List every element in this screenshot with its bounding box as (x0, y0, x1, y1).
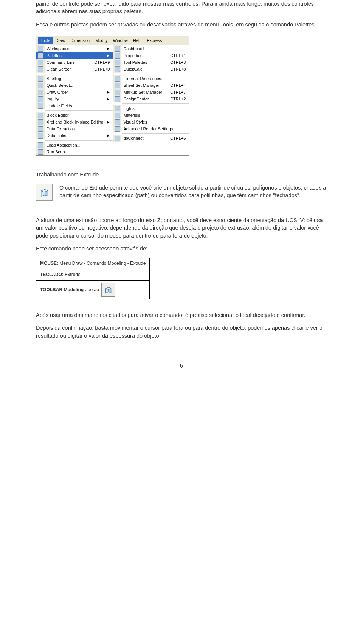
page-number: 6 (36, 362, 327, 370)
tools-menu-item[interactable]: Spelling (36, 75, 113, 82)
submenu-arrow-icon: ▶ (103, 97, 110, 102)
menu-item-label: Command Line (47, 60, 87, 65)
menu-item-label: DesignCenter (123, 96, 163, 102)
menu-separator (45, 110, 113, 111)
tools-menu-item[interactable]: Xref and Block In-place Editing▶ (36, 119, 113, 125)
menu-item-label: Block Editor (47, 113, 110, 118)
menu-item-label: Workspaces (47, 46, 103, 52)
menu-item-label: Tool Palettes (123, 60, 163, 65)
menu-separator (122, 133, 189, 134)
menu-item-icon (113, 96, 121, 102)
menubar-item-express[interactable]: Express (144, 37, 164, 44)
palettes-menu-item[interactable]: Markup Set ManagerCTRL+7 (113, 89, 189, 96)
access-mouse-value: Menu Draw - Comando Modeling - Extrude (58, 261, 146, 266)
menu-item-shortcut: CTRL+7 (163, 90, 186, 95)
menu-item-shortcut: CTRL+2 (163, 96, 186, 102)
menu-item-icon (113, 112, 121, 119)
menu-item-shortcut: CTRL+3 (163, 60, 186, 65)
menu-item-label: Markup Set Manager (123, 90, 163, 95)
menu-item-shortcut: CTRL+1 (163, 53, 186, 59)
tools-menu-item[interactable]: Inquiry▶ (36, 96, 113, 102)
palettes-menu-item[interactable]: External References... (113, 75, 189, 82)
heading-working-extrude: Trabalhando com Extrude (36, 171, 327, 178)
palettes-menu-item[interactable]: Lights (113, 105, 189, 112)
menu-item-label: Dashboard (123, 46, 186, 52)
tools-menu-item[interactable]: Command LineCTRL+9 (36, 59, 113, 66)
paragraph-extrude-height: A altura de uma extrusão ocorre ao longo… (36, 216, 327, 239)
menu-item-label: Sheet Set Manager (123, 83, 163, 88)
menu-item-icon (36, 59, 45, 66)
tools-menu-item[interactable]: Run Script... (36, 148, 113, 155)
menu-item-label: Data Extraction... (47, 126, 110, 132)
tools-menu-item[interactable]: Palettes▶ (36, 52, 113, 59)
menu-item-label: Lights (123, 106, 186, 111)
extrude-toolbar-button-icon (101, 283, 115, 297)
menu-item-icon (36, 125, 45, 132)
tools-menu-item[interactable]: Data Links▶ (36, 132, 113, 139)
menu-item-icon (36, 119, 45, 125)
paragraph-after-activate: Após usar uma das maneiras citadas para … (36, 311, 327, 319)
menu-item-icon (36, 45, 45, 52)
menu-item-label: Visual Styles (123, 119, 186, 125)
menu-item-label: Draw Order (47, 90, 103, 95)
menu-item-icon (113, 52, 121, 59)
menubar-item-modify[interactable]: Modify (93, 37, 110, 44)
palettes-menu-item[interactable]: Tool PalettesCTRL+3 (113, 59, 189, 66)
menu-item-icon (113, 75, 121, 82)
menu-item-icon (36, 66, 45, 73)
menu-item-icon (36, 82, 45, 89)
palettes-menu-item[interactable]: PropertiesCTRL+1 (113, 52, 189, 59)
palettes-menu-item[interactable]: Visual Styles (113, 119, 189, 125)
menubar-item-dimension[interactable]: Dimension (68, 37, 93, 44)
palettes-menu-item[interactable]: Dashboard (113, 45, 189, 52)
tools-menu-item[interactable]: Data Extraction... (36, 125, 113, 132)
tools-menu-item[interactable]: Draw Order▶ (36, 89, 113, 96)
tools-menu-item[interactable]: Quick Select... (36, 82, 113, 89)
extrude-icon (36, 184, 53, 201)
menu-item-label: Materials (123, 113, 186, 118)
access-toolbar-label: TOOLBAR Modeling : (40, 287, 86, 292)
menubar-item-draw[interactable]: Draw (53, 37, 68, 44)
menu-item-icon (36, 96, 45, 102)
tools-menu-screenshot: Tools Draw Dimension Modify Window Help … (36, 36, 189, 156)
palettes-menu-item[interactable]: dbConnectCTRL+6 (113, 135, 189, 142)
menu-item-label: Inquiry (47, 96, 103, 102)
menubar-item-window[interactable]: Window (110, 37, 130, 44)
access-methods-table: MOUSE: Menu Draw - Comando Modeling - Ex… (36, 258, 150, 299)
menu-item-label: Spelling (47, 76, 110, 82)
menu-item-icon (113, 125, 121, 132)
menubar-item-help[interactable]: Help (130, 37, 144, 44)
tools-menu-item[interactable]: Update Fields (36, 102, 113, 109)
menu-item-label: Update Fields (47, 103, 110, 109)
menu-item-label: Properties (123, 53, 163, 59)
palettes-menu-item[interactable]: Advanced Render Settings (113, 125, 189, 132)
menu-item-icon (113, 135, 121, 142)
menu-item-label: Clean Screen (47, 66, 87, 72)
menu-item-label: QuickCalc (123, 66, 163, 72)
submenu-arrow-icon: ▶ (103, 53, 110, 58)
submenu-arrow-icon: ▶ (103, 46, 110, 51)
tools-menu-item[interactable]: Load Application... (36, 142, 113, 148)
tools-menu-item[interactable]: Workspaces▶ (36, 45, 113, 52)
palettes-menu-item[interactable]: QuickCalcCTRL+8 (113, 66, 189, 73)
menu-item-shortcut: CTRL+0 (87, 66, 110, 72)
menu-item-shortcut: CTRL+4 (163, 83, 186, 88)
menu-item-icon (113, 105, 121, 112)
menu-item-label: Quick Select... (47, 83, 110, 88)
menu-item-label: Run Script... (47, 149, 110, 155)
palettes-menu-item[interactable]: DesignCenterCTRL+2 (113, 96, 189, 102)
menu-item-icon (113, 82, 121, 89)
menu-item-icon (113, 59, 121, 66)
menu-item-icon (36, 142, 45, 148)
menu-item-label: Xref and Block In-place Editing (47, 119, 103, 125)
paragraph-intro-1: painel de controle pode ser expandido pa… (36, 0, 327, 15)
palettes-menu-item[interactable]: Materials (113, 112, 189, 119)
palettes-menu-item[interactable]: Sheet Set ManagerCTRL+4 (113, 82, 189, 89)
tools-menu-item[interactable]: Block Editor (36, 112, 113, 119)
menu-item-icon (36, 112, 45, 119)
menu-item-icon (113, 66, 121, 73)
menu-item-label: dbConnect (123, 136, 163, 141)
menubar-item-tools[interactable]: Tools (38, 37, 53, 44)
tools-menu-item[interactable]: Clean ScreenCTRL+0 (36, 66, 113, 73)
menu-item-icon (113, 89, 121, 96)
